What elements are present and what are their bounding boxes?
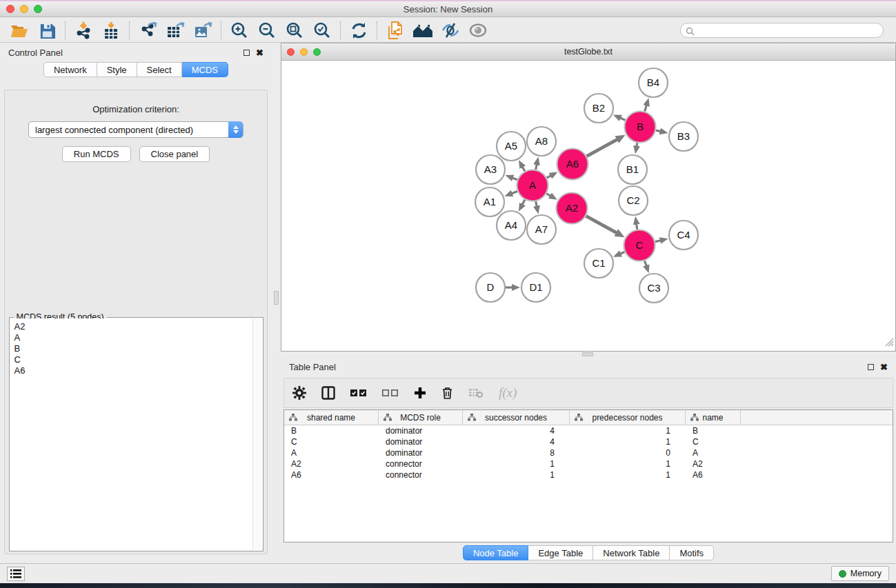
graph-edge-B-B2[interactable] (620, 118, 626, 120)
zoom-fit-icon[interactable] (281, 19, 308, 41)
graph-node-C3[interactable]: C3 (639, 274, 668, 303)
horizontal-splitter[interactable] (281, 352, 896, 357)
minimize-network-window-button[interactable] (300, 48, 308, 56)
graph-node-A[interactable]: A (517, 170, 548, 201)
table-row[interactable]: Bdominator41B (284, 425, 893, 436)
hide-selected-icon[interactable] (437, 19, 464, 41)
maximize-network-window-button[interactable] (313, 48, 321, 56)
tab-style[interactable]: Style (97, 62, 137, 77)
unselect-all-columns-icon[interactable] (382, 389, 399, 397)
graph-node-C1[interactable]: C1 (584, 249, 613, 278)
mcds-result-list[interactable]: A2ABCA6 (10, 318, 252, 550)
mcds-result-item[interactable]: A2 (14, 321, 252, 332)
import-table-icon[interactable] (97, 19, 125, 41)
select-all-columns-icon[interactable] (350, 389, 367, 397)
table-row[interactable]: Adominator80A (284, 447, 893, 458)
graph-node-B1[interactable]: B1 (618, 155, 647, 184)
graph-edge-A-A5[interactable] (522, 167, 525, 171)
mcds-result-item[interactable]: B (14, 343, 252, 354)
tab-motifs[interactable]: Motifs (670, 545, 714, 560)
graph-node-B2[interactable]: B2 (584, 94, 613, 123)
minimize-window-button[interactable] (20, 5, 28, 13)
tab-network-table[interactable]: Network Table (593, 545, 670, 560)
float-panel-icon[interactable] (868, 364, 874, 370)
node-table[interactable]: shared nameMCDS rolesuccessor nodesprede… (283, 409, 893, 543)
graph-edge-B-B1[interactable] (637, 143, 637, 146)
search-input[interactable] (680, 23, 884, 38)
graph-edge-A-A3[interactable] (512, 178, 517, 180)
graph-edge-A2-C[interactable] (586, 216, 617, 233)
close-panel-icon[interactable]: ✖ (880, 363, 888, 372)
new-network-from-selection-icon[interactable] (381, 19, 409, 41)
save-session-icon[interactable] (33, 19, 61, 41)
graph-node-A5[interactable]: A5 (497, 132, 526, 161)
graph-node-D[interactable]: D (476, 273, 505, 302)
graph-edge-A-A8[interactable] (536, 164, 537, 170)
delete-column-icon[interactable] (441, 386, 453, 400)
function-builder-icon[interactable]: f(x) (499, 385, 517, 401)
tab-select[interactable]: Select (137, 62, 182, 77)
graph-edge-A6-B[interactable] (587, 139, 618, 156)
table-settings-gear-icon[interactable] (292, 386, 306, 400)
graph-edge-A-A1[interactable] (512, 191, 517, 193)
float-panel-icon[interactable] (243, 50, 250, 56)
graph-node-A7[interactable]: A7 (527, 215, 556, 244)
graph-edge-A-A2[interactable] (546, 194, 550, 196)
resize-grip-icon[interactable] (885, 337, 894, 349)
task-history-button[interactable] (7, 567, 25, 581)
splitter-handle[interactable] (274, 291, 279, 305)
graph-node-D1[interactable]: D1 (521, 273, 550, 302)
graph-edge-B-B4[interactable] (645, 105, 647, 112)
graph-node-A8[interactable]: A8 (527, 127, 556, 156)
zoom-selected-icon[interactable] (308, 19, 336, 41)
tab-mcds[interactable]: MCDS (182, 62, 228, 77)
network-canvas[interactable]: B4B2BB3A8A5A6B1A3AC2A1A2A4A7C4CC1C3DD1 (281, 61, 895, 351)
graph-node-C[interactable]: C (624, 230, 655, 261)
criterion-select[interactable]: largest connected component (directed) (28, 121, 243, 138)
graph-node-A2[interactable]: A2 (557, 193, 588, 224)
scrollbar[interactable] (252, 318, 262, 550)
graph-edge-C-C3[interactable] (645, 261, 647, 266)
graph-node-A3[interactable]: A3 (476, 155, 505, 184)
graph-edge-A-A7[interactable] (536, 201, 537, 207)
graph-node-A6[interactable]: A6 (557, 149, 588, 180)
close-panel-icon[interactable]: ✖ (256, 48, 263, 57)
graph-node-C2[interactable]: C2 (619, 186, 648, 215)
table-row[interactable]: Cdominator41C (284, 436, 893, 447)
graph-edge-A-A4[interactable] (522, 200, 525, 205)
apply-layout-icon[interactable] (345, 19, 372, 41)
table-row[interactable]: A6connector11A6 (284, 469, 893, 480)
export-image-icon[interactable] (189, 19, 217, 41)
mcds-result-item[interactable]: A6 (14, 365, 252, 376)
graph-edge-A-A6[interactable] (547, 176, 551, 178)
mcds-result-item[interactable]: C (14, 354, 252, 365)
create-column-icon[interactable] (414, 387, 426, 399)
close-window-button[interactable] (6, 5, 14, 13)
first-neighbors-icon[interactable] (409, 19, 437, 41)
tab-node-table[interactable]: Node Table (463, 545, 529, 560)
maximize-window-button[interactable] (34, 5, 42, 13)
delete-table-icon[interactable] (468, 387, 484, 398)
column-header-shared-name[interactable]: shared name (284, 410, 379, 425)
graph-edge-C-C1[interactable] (620, 252, 624, 254)
tab-edge-table[interactable]: Edge Table (528, 545, 593, 560)
zoom-in-icon[interactable] (226, 19, 253, 41)
graph-node-B3[interactable]: B3 (669, 122, 698, 151)
column-header-successor-nodes[interactable]: successor nodes (463, 410, 570, 425)
column-header-mcds-role[interactable]: MCDS role (379, 410, 463, 425)
table-row[interactable]: A2connector11A2 (284, 458, 893, 469)
graph-node-A4[interactable]: A4 (497, 211, 526, 240)
graph-node-B[interactable]: B (625, 112, 656, 143)
graph-node-A1[interactable]: A1 (475, 187, 504, 216)
open-session-icon[interactable] (6, 19, 33, 41)
vertical-splitter[interactable] (272, 43, 281, 563)
graph-node-C4[interactable]: C4 (669, 221, 698, 250)
column-header-predecessor-nodes[interactable]: predecessor nodes (570, 410, 686, 425)
column-header-name[interactable]: name (686, 410, 741, 425)
zoom-out-icon[interactable] (253, 19, 281, 41)
graph-edge-C-C2[interactable] (637, 224, 637, 230)
close-network-window-button[interactable] (287, 48, 295, 56)
tab-network[interactable]: Network (43, 62, 97, 77)
show-graphics-details-icon[interactable] (464, 19, 492, 41)
close-panel-button[interactable]: Close panel (139, 146, 210, 162)
